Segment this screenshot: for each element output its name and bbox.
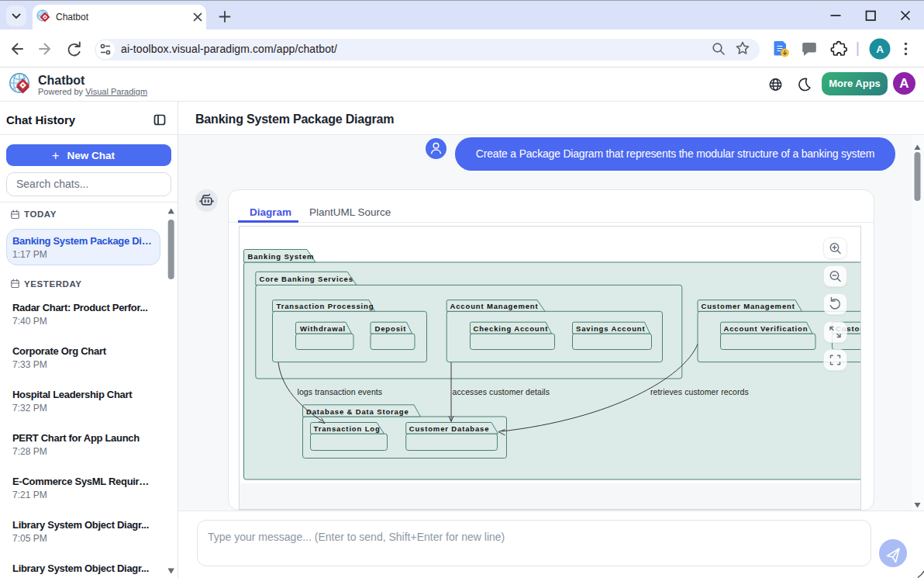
svg-text:A: A xyxy=(876,43,884,55)
